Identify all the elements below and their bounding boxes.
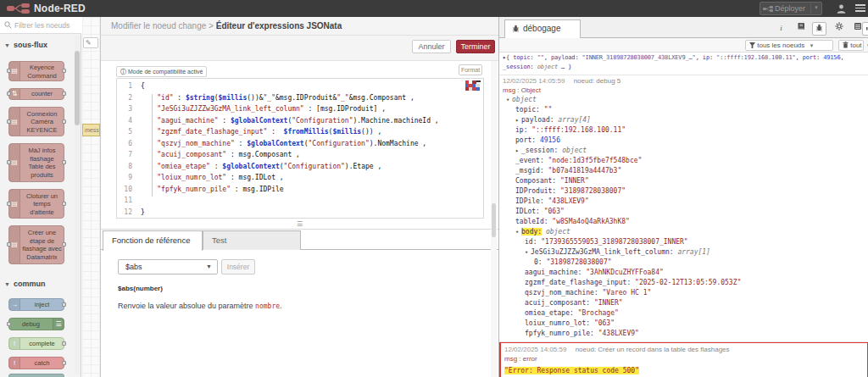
palette-scrollbar[interactable] — [75, 36, 80, 374]
function-select[interactable]: $abs ▼ — [118, 259, 218, 274]
dialog-scrollbar[interactable] — [491, 61, 497, 377]
debug-msg-label: msg : Object — [503, 86, 865, 95]
debug-sidebar: débogage i ▶ tous les noeuds ▼ tout ▼ — [498, 17, 868, 377]
palette-node-catch[interactable]: !catch — [8, 357, 64, 369]
output-port[interactable] — [62, 242, 66, 247]
trash-icon — [843, 42, 849, 48]
palette-category-commun[interactable]: ▼commun — [0, 280, 75, 288]
function-description: Renvoie la valeur absolue du paramètre n… — [118, 302, 282, 310]
tab-info-icon[interactable]: i — [774, 22, 788, 36]
node-icon: → — [9, 299, 20, 310]
output-port[interactable] — [62, 341, 66, 346]
code-lines[interactable]: { "id" : $string($millis())&"_"&msg.IDPr… — [141, 82, 481, 219]
palette-node-keyence-command[interactable]: ▤Keyence Command — [8, 61, 64, 81]
node-icon: ! — [9, 338, 20, 349]
palette-node-complete[interactable]: !complete — [8, 337, 64, 350]
info-icon: ⓘ — [120, 69, 126, 75]
node-red-logo — [7, 3, 31, 14]
workspace-edit-button[interactable]: ✎ — [83, 37, 98, 48]
code-line-numbers: 123456789101112 — [117, 79, 137, 218]
node-icon: ☰ — [53, 319, 64, 330]
node-icon: ! — [9, 358, 20, 369]
filter-nodes-button[interactable]: tous les noeuds ▼ — [745, 40, 833, 51]
palette-node-inject[interactable]: →inject — [8, 298, 64, 311]
input-port[interactable] — [7, 322, 11, 326]
input-port[interactable] — [7, 202, 11, 206]
jsonata-logo-icon — [465, 80, 481, 91]
output-port[interactable] — [62, 69, 66, 73]
palette-node-creer-etape-flashage[interactable]: ▤Créer une étape de flashage avec Datama… — [8, 225, 64, 264]
menu-icon[interactable] — [855, 4, 865, 13]
debug-node-name: noeud: debug 5 — [574, 77, 621, 85]
tab-test[interactable]: Test — [203, 230, 301, 250]
bug-icon — [512, 25, 520, 32]
debug-msg-label: msg : error — [504, 354, 864, 363]
format-button[interactable]: Format — [459, 64, 482, 75]
dialog-title: Éditeur d'expressions JSONata — [216, 21, 342, 30]
user-icon[interactable] — [836, 3, 847, 14]
deploy-icon — [763, 6, 773, 13]
input-port[interactable] — [7, 119, 11, 124]
function-tabs: Fonction de référence Test — [101, 230, 498, 250]
function-signature: $abs(number) — [118, 285, 163, 292]
debug-meta: 12/02/2025 14:05:59 noeud: debug 5 — [503, 76, 865, 86]
debug-filterbar: tous les noeuds ▼ tout ▼ — [499, 38, 868, 53]
debug-messages: ▸{ topic: "", payload: "INNER_3189872803… — [499, 53, 868, 377]
debug-object-tree[interactable]: ▾objecttopic: ""▸payload: array[4]ip: ":… — [503, 95, 865, 339]
input-port[interactable] — [7, 91, 11, 96]
jsonata-code-editor[interactable]: 123456789101112 { "id" : $string($millis… — [116, 78, 484, 219]
palette-sidebar: Filtrer les noeuds ▼sous-flux▤Keyence Co… — [0, 17, 81, 377]
workspace-node-partial[interactable]: mess — [82, 124, 100, 136]
palette-search-placeholder: Filtrer les noeuds — [14, 21, 70, 30]
debug-message-error[interactable]: 12/02/2025 14:05:59 noeud: Créer un reco… — [499, 342, 868, 377]
dialog-toolbar: Annuler Terminer — [101, 36, 498, 61]
input-port[interactable] — [7, 160, 11, 164]
breadcrumb-parent: Modifier le noeud change — [111, 21, 206, 30]
debug-error-text: "Error: Response status code 500" — [504, 366, 864, 376]
workspace-canvas[interactable]: ✎ mess — [82, 17, 100, 377]
debug-node-name: noeud: Créer un record dans la table des… — [576, 346, 730, 353]
tab-debug[interactable]: débogage — [504, 19, 581, 39]
debug-timestamp: 12/02/2025 14:05:59 — [504, 346, 566, 353]
palette-node-cloturer-temps-attente[interactable]: ▤Cloturer un temps d'attente — [8, 189, 64, 219]
palette-node-connexion-camera-keyence[interactable]: ▤Connexion Caméra KEYENCE — [8, 107, 64, 136]
dialog-breadcrumb: Modifier le noeud change > Éditeur d'exp… — [101, 17, 498, 36]
palette-search[interactable]: Filtrer les noeuds — [0, 17, 81, 34]
sidebar-tabbar: débogage i ▶ — [499, 17, 868, 38]
insert-button[interactable]: Insérer — [221, 259, 255, 274]
tab-dashboard-icon[interactable] — [862, 22, 868, 36]
cancel-button[interactable]: Annuler — [412, 40, 451, 53]
output-port[interactable] — [62, 302, 66, 307]
chevron-down-icon: ▼ — [206, 263, 212, 269]
search-icon — [4, 21, 12, 29]
deploy-button[interactable]: Déployer ▼ — [760, 2, 822, 15]
compat-notice: ⓘMode de compatibilité activé — [116, 66, 207, 77]
tab-help-icon[interactable] — [793, 22, 808, 36]
output-port[interactable] — [62, 160, 66, 164]
output-port[interactable] — [62, 202, 66, 206]
deploy-label: Déployer — [775, 4, 805, 13]
debug-message-object[interactable]: 12/02/2025 14:05:59 noeud: debug 5 msg :… — [499, 75, 868, 342]
input-port[interactable] — [7, 242, 11, 247]
deploy-caret-icon[interactable]: ▼ — [814, 5, 819, 10]
palette-node-debug[interactable]: ☰debug — [8, 318, 64, 330]
edit-dialog: Modifier le noeud change > Éditeur d'exp… — [100, 17, 498, 377]
output-port[interactable] — [62, 361, 66, 365]
tab-config-icon[interactable] — [832, 22, 846, 36]
output-port[interactable] — [62, 119, 66, 124]
tab-function-reference[interactable]: Fonction de référence — [103, 230, 203, 251]
funnel-icon — [749, 42, 755, 48]
palette-node-counter[interactable]: ⇅counter — [8, 88, 64, 100]
app-title: Node-RED — [34, 3, 86, 14]
tab-debug-icon[interactable] — [812, 22, 826, 36]
palette-node-maj-infos-flashage[interactable]: ▤MàJ infos flashage Table des produits — [8, 143, 64, 182]
palette-node-status-partial[interactable] — [8, 374, 64, 377]
resize-grip[interactable]: ☰ — [101, 220, 498, 229]
debug-timestamp: 12/02/2025 14:05:59 — [503, 77, 565, 85]
clear-button[interactable]: tout ▼ — [838, 40, 864, 51]
output-port[interactable] — [62, 91, 66, 96]
input-port[interactable] — [7, 69, 11, 73]
palette-category-sous-flux[interactable]: ▼sous-flux — [0, 41, 75, 49]
done-button[interactable]: Terminer — [456, 40, 495, 53]
debug-message-preview[interactable]: ▸{ topic: "", payload: "INNER_3189872803… — [499, 53, 868, 75]
